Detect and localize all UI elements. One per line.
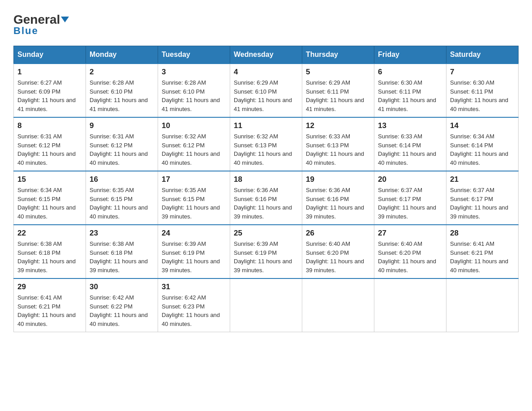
day-info: Sunrise: 6:36 AMSunset: 6:16 PMDaylight:… [234, 186, 298, 221]
day-info: Sunrise: 6:38 AMSunset: 6:18 PMDaylight:… [90, 240, 154, 274]
day-number: 25 [234, 229, 298, 238]
calendar-cell: 11 Sunrise: 6:32 AMSunset: 6:13 PMDaylig… [230, 117, 302, 171]
day-number: 8 [17, 121, 82, 130]
calendar-day-header: Thursday [302, 46, 374, 64]
day-number: 10 [162, 121, 226, 130]
calendar-cell: 31 Sunrise: 6:42 AMSunset: 6:23 PMDaylig… [158, 278, 230, 332]
day-number: 4 [234, 68, 298, 77]
day-number: 7 [450, 68, 515, 77]
day-number: 15 [17, 175, 82, 184]
calendar-cell: 19 Sunrise: 6:36 AMSunset: 6:16 PMDaylig… [302, 171, 374, 225]
calendar-cell [302, 278, 374, 332]
day-info: Sunrise: 6:42 AMSunset: 6:22 PMDaylight:… [90, 293, 154, 328]
day-number: 27 [378, 229, 442, 238]
calendar-cell: 3 Sunrise: 6:28 AMSunset: 6:10 PMDayligh… [158, 64, 230, 117]
calendar-week-row: 29 Sunrise: 6:41 AMSunset: 6:21 PMDaylig… [14, 278, 519, 332]
day-info: Sunrise: 6:32 AMSunset: 6:13 PMDaylight:… [234, 132, 298, 167]
day-info: Sunrise: 6:28 AMSunset: 6:10 PMDaylight:… [162, 78, 226, 113]
day-number: 2 [90, 68, 154, 77]
calendar-cell [230, 278, 302, 332]
day-info: Sunrise: 6:33 AMSunset: 6:13 PMDaylight:… [306, 132, 370, 167]
day-number: 13 [378, 121, 442, 130]
day-info: Sunrise: 6:37 AMSunset: 6:17 PMDaylight:… [450, 186, 515, 221]
day-info: Sunrise: 6:31 AMSunset: 6:12 PMDaylight:… [17, 132, 82, 167]
calendar-cell: 2 Sunrise: 6:28 AMSunset: 6:10 PMDayligh… [86, 64, 158, 117]
calendar-cell: 27 Sunrise: 6:40 AMSunset: 6:20 PMDaylig… [374, 225, 446, 278]
day-info: Sunrise: 6:32 AMSunset: 6:12 PMDaylight:… [162, 132, 226, 167]
calendar-cell: 23 Sunrise: 6:38 AMSunset: 6:18 PMDaylig… [86, 225, 158, 278]
logo-blue: Blue [13, 25, 39, 37]
day-number: 9 [90, 121, 154, 130]
calendar-cell: 20 Sunrise: 6:37 AMSunset: 6:17 PMDaylig… [374, 171, 446, 225]
day-number: 12 [306, 121, 370, 130]
calendar-cell: 8 Sunrise: 6:31 AMSunset: 6:12 PMDayligh… [14, 117, 86, 171]
calendar-cell: 17 Sunrise: 6:35 AMSunset: 6:15 PMDaylig… [158, 171, 230, 225]
day-info: Sunrise: 6:41 AMSunset: 6:21 PMDaylight:… [17, 293, 82, 328]
calendar-cell [374, 278, 446, 332]
day-number: 31 [162, 283, 226, 291]
day-info: Sunrise: 6:39 AMSunset: 6:19 PMDaylight:… [234, 240, 298, 274]
day-info: Sunrise: 6:33 AMSunset: 6:14 PMDaylight:… [378, 132, 442, 167]
day-number: 5 [306, 68, 370, 77]
calendar-cell: 7 Sunrise: 6:30 AMSunset: 6:11 PMDayligh… [446, 64, 519, 117]
calendar-cell: 5 Sunrise: 6:29 AMSunset: 6:11 PMDayligh… [302, 64, 374, 117]
calendar-day-header: Tuesday [158, 46, 230, 64]
day-number: 23 [90, 229, 154, 238]
calendar-cell: 9 Sunrise: 6:31 AMSunset: 6:12 PMDayligh… [86, 117, 158, 171]
day-info: Sunrise: 6:31 AMSunset: 6:12 PMDaylight:… [90, 132, 154, 167]
calendar-week-row: 15 Sunrise: 6:34 AMSunset: 6:15 PMDaylig… [14, 171, 519, 225]
day-number: 29 [17, 283, 82, 291]
calendar-day-header: Sunday [14, 46, 86, 64]
day-number: 16 [90, 175, 154, 184]
calendar-cell: 22 Sunrise: 6:38 AMSunset: 6:18 PMDaylig… [14, 225, 86, 278]
day-number: 21 [450, 175, 515, 184]
day-number: 18 [234, 175, 298, 184]
calendar-cell: 16 Sunrise: 6:35 AMSunset: 6:15 PMDaylig… [86, 171, 158, 225]
day-info: Sunrise: 6:39 AMSunset: 6:19 PMDaylight:… [162, 240, 226, 274]
calendar-cell: 24 Sunrise: 6:39 AMSunset: 6:19 PMDaylig… [158, 225, 230, 278]
calendar-cell: 25 Sunrise: 6:39 AMSunset: 6:19 PMDaylig… [230, 225, 302, 278]
calendar-table: SundayMondayTuesdayWednesdayThursdayFrid… [13, 46, 519, 332]
logo: General Blue [13, 13, 69, 37]
day-number: 24 [162, 229, 226, 238]
calendar-cell: 29 Sunrise: 6:41 AMSunset: 6:21 PMDaylig… [14, 278, 86, 332]
calendar-cell: 18 Sunrise: 6:36 AMSunset: 6:16 PMDaylig… [230, 171, 302, 225]
logo-general: General [13, 13, 69, 26]
page-header: General Blue [13, 13, 519, 37]
day-info: Sunrise: 6:38 AMSunset: 6:18 PMDaylight:… [17, 240, 82, 274]
calendar-cell: 1 Sunrise: 6:27 AMSunset: 6:09 PMDayligh… [14, 64, 86, 117]
day-number: 1 [17, 68, 82, 77]
day-number: 30 [90, 283, 154, 291]
day-info: Sunrise: 6:30 AMSunset: 6:11 PMDaylight:… [378, 78, 442, 113]
day-info: Sunrise: 6:29 AMSunset: 6:11 PMDaylight:… [306, 78, 370, 113]
day-number: 14 [450, 121, 515, 130]
day-info: Sunrise: 6:40 AMSunset: 6:20 PMDaylight:… [306, 240, 370, 274]
day-number: 22 [17, 229, 82, 238]
day-number: 19 [306, 175, 370, 184]
day-info: Sunrise: 6:40 AMSunset: 6:20 PMDaylight:… [378, 240, 442, 274]
day-info: Sunrise: 6:35 AMSunset: 6:15 PMDaylight:… [162, 186, 226, 221]
day-number: 3 [162, 68, 226, 77]
calendar-cell: 21 Sunrise: 6:37 AMSunset: 6:17 PMDaylig… [446, 171, 519, 225]
calendar-cell: 6 Sunrise: 6:30 AMSunset: 6:11 PMDayligh… [374, 64, 446, 117]
calendar-cell: 12 Sunrise: 6:33 AMSunset: 6:13 PMDaylig… [302, 117, 374, 171]
day-info: Sunrise: 6:34 AMSunset: 6:14 PMDaylight:… [450, 132, 515, 167]
day-number: 28 [450, 229, 515, 238]
day-number: 26 [306, 229, 370, 238]
calendar-cell: 14 Sunrise: 6:34 AMSunset: 6:14 PMDaylig… [446, 117, 519, 171]
calendar-cell: 26 Sunrise: 6:40 AMSunset: 6:20 PMDaylig… [302, 225, 374, 278]
calendar-cell: 28 Sunrise: 6:41 AMSunset: 6:21 PMDaylig… [446, 225, 519, 278]
day-info: Sunrise: 6:35 AMSunset: 6:15 PMDaylight:… [90, 186, 154, 221]
day-number: 11 [234, 121, 298, 130]
day-info: Sunrise: 6:27 AMSunset: 6:09 PMDaylight:… [17, 78, 82, 113]
day-info: Sunrise: 6:30 AMSunset: 6:11 PMDaylight:… [450, 78, 515, 113]
calendar-week-row: 1 Sunrise: 6:27 AMSunset: 6:09 PMDayligh… [14, 64, 519, 117]
calendar-cell: 30 Sunrise: 6:42 AMSunset: 6:22 PMDaylig… [86, 278, 158, 332]
calendar-day-header: Friday [374, 46, 446, 64]
calendar-header-row: SundayMondayTuesdayWednesdayThursdayFrid… [14, 46, 519, 64]
calendar-day-header: Monday [86, 46, 158, 64]
day-info: Sunrise: 6:34 AMSunset: 6:15 PMDaylight:… [17, 186, 82, 221]
day-info: Sunrise: 6:36 AMSunset: 6:16 PMDaylight:… [306, 186, 370, 221]
calendar-cell: 4 Sunrise: 6:29 AMSunset: 6:10 PMDayligh… [230, 64, 302, 117]
day-info: Sunrise: 6:29 AMSunset: 6:10 PMDaylight:… [234, 78, 298, 113]
